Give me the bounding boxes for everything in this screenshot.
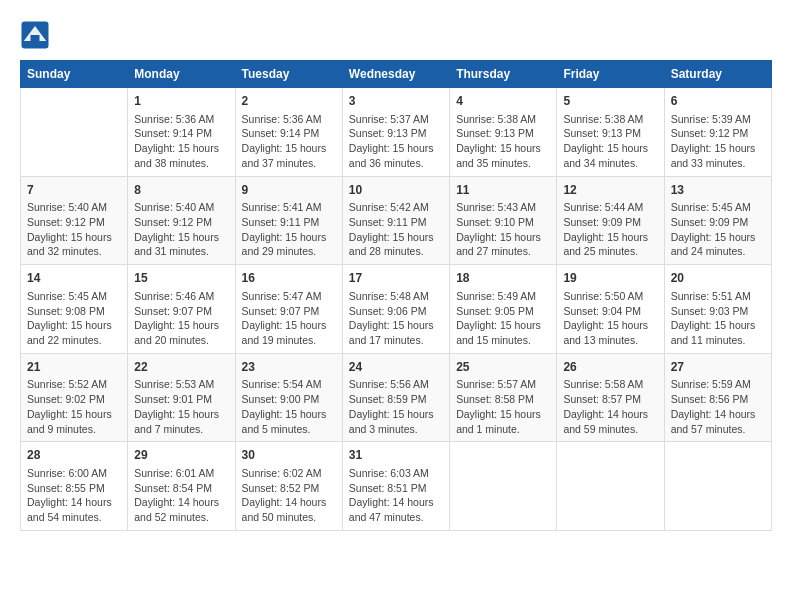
- calendar-cell: 20Sunrise: 5:51 AM Sunset: 9:03 PM Dayli…: [664, 265, 771, 354]
- cell-content: Sunrise: 5:46 AM Sunset: 9:07 PM Dayligh…: [134, 289, 228, 348]
- column-header-friday: Friday: [557, 61, 664, 88]
- calendar-week-row: 21Sunrise: 5:52 AM Sunset: 9:02 PM Dayli…: [21, 353, 772, 442]
- logo: [20, 20, 54, 50]
- calendar-cell: 11Sunrise: 5:43 AM Sunset: 9:10 PM Dayli…: [450, 176, 557, 265]
- day-number: 14: [27, 270, 121, 287]
- calendar-cell: 28Sunrise: 6:00 AM Sunset: 8:55 PM Dayli…: [21, 442, 128, 531]
- cell-content: Sunrise: 5:52 AM Sunset: 9:02 PM Dayligh…: [27, 377, 121, 436]
- calendar-cell: 23Sunrise: 5:54 AM Sunset: 9:00 PM Dayli…: [235, 353, 342, 442]
- calendar-cell: 25Sunrise: 5:57 AM Sunset: 8:58 PM Dayli…: [450, 353, 557, 442]
- day-number: 12: [563, 182, 657, 199]
- cell-content: Sunrise: 5:45 AM Sunset: 9:08 PM Dayligh…: [27, 289, 121, 348]
- svg-rect-2: [31, 35, 40, 43]
- column-header-sunday: Sunday: [21, 61, 128, 88]
- calendar-table: SundayMondayTuesdayWednesdayThursdayFrid…: [20, 60, 772, 531]
- calendar-cell: 30Sunrise: 6:02 AM Sunset: 8:52 PM Dayli…: [235, 442, 342, 531]
- day-number: 17: [349, 270, 443, 287]
- cell-content: Sunrise: 6:01 AM Sunset: 8:54 PM Dayligh…: [134, 466, 228, 525]
- cell-content: Sunrise: 5:40 AM Sunset: 9:12 PM Dayligh…: [27, 200, 121, 259]
- cell-content: Sunrise: 5:51 AM Sunset: 9:03 PM Dayligh…: [671, 289, 765, 348]
- day-number: 18: [456, 270, 550, 287]
- calendar-cell: 16Sunrise: 5:47 AM Sunset: 9:07 PM Dayli…: [235, 265, 342, 354]
- calendar-week-row: 28Sunrise: 6:00 AM Sunset: 8:55 PM Dayli…: [21, 442, 772, 531]
- day-number: 26: [563, 359, 657, 376]
- calendar-week-row: 1Sunrise: 5:36 AM Sunset: 9:14 PM Daylig…: [21, 88, 772, 177]
- cell-content: Sunrise: 5:48 AM Sunset: 9:06 PM Dayligh…: [349, 289, 443, 348]
- cell-content: Sunrise: 5:37 AM Sunset: 9:13 PM Dayligh…: [349, 112, 443, 171]
- cell-content: Sunrise: 5:45 AM Sunset: 9:09 PM Dayligh…: [671, 200, 765, 259]
- calendar-header-row: SundayMondayTuesdayWednesdayThursdayFrid…: [21, 61, 772, 88]
- day-number: 19: [563, 270, 657, 287]
- day-number: 16: [242, 270, 336, 287]
- calendar-cell: 15Sunrise: 5:46 AM Sunset: 9:07 PM Dayli…: [128, 265, 235, 354]
- day-number: 31: [349, 447, 443, 464]
- cell-content: Sunrise: 5:36 AM Sunset: 9:14 PM Dayligh…: [134, 112, 228, 171]
- calendar-cell: 24Sunrise: 5:56 AM Sunset: 8:59 PM Dayli…: [342, 353, 449, 442]
- calendar-cell: 26Sunrise: 5:58 AM Sunset: 8:57 PM Dayli…: [557, 353, 664, 442]
- day-number: 1: [134, 93, 228, 110]
- day-number: 9: [242, 182, 336, 199]
- column-header-wednesday: Wednesday: [342, 61, 449, 88]
- day-number: 5: [563, 93, 657, 110]
- day-number: 15: [134, 270, 228, 287]
- day-number: 7: [27, 182, 121, 199]
- calendar-cell: 27Sunrise: 5:59 AM Sunset: 8:56 PM Dayli…: [664, 353, 771, 442]
- day-number: 3: [349, 93, 443, 110]
- day-number: 13: [671, 182, 765, 199]
- cell-content: Sunrise: 5:44 AM Sunset: 9:09 PM Dayligh…: [563, 200, 657, 259]
- column-header-tuesday: Tuesday: [235, 61, 342, 88]
- calendar-week-row: 14Sunrise: 5:45 AM Sunset: 9:08 PM Dayli…: [21, 265, 772, 354]
- cell-content: Sunrise: 5:47 AM Sunset: 9:07 PM Dayligh…: [242, 289, 336, 348]
- calendar-cell: 4Sunrise: 5:38 AM Sunset: 9:13 PM Daylig…: [450, 88, 557, 177]
- page-header: [20, 20, 772, 50]
- day-number: 8: [134, 182, 228, 199]
- cell-content: Sunrise: 5:42 AM Sunset: 9:11 PM Dayligh…: [349, 200, 443, 259]
- cell-content: Sunrise: 5:56 AM Sunset: 8:59 PM Dayligh…: [349, 377, 443, 436]
- calendar-cell: 13Sunrise: 5:45 AM Sunset: 9:09 PM Dayli…: [664, 176, 771, 265]
- cell-content: Sunrise: 5:57 AM Sunset: 8:58 PM Dayligh…: [456, 377, 550, 436]
- day-number: 11: [456, 182, 550, 199]
- cell-content: Sunrise: 5:38 AM Sunset: 9:13 PM Dayligh…: [456, 112, 550, 171]
- cell-content: Sunrise: 5:43 AM Sunset: 9:10 PM Dayligh…: [456, 200, 550, 259]
- calendar-cell: 17Sunrise: 5:48 AM Sunset: 9:06 PM Dayli…: [342, 265, 449, 354]
- day-number: 20: [671, 270, 765, 287]
- cell-content: Sunrise: 5:40 AM Sunset: 9:12 PM Dayligh…: [134, 200, 228, 259]
- calendar-cell: 14Sunrise: 5:45 AM Sunset: 9:08 PM Dayli…: [21, 265, 128, 354]
- calendar-cell: 12Sunrise: 5:44 AM Sunset: 9:09 PM Dayli…: [557, 176, 664, 265]
- calendar-cell: 19Sunrise: 5:50 AM Sunset: 9:04 PM Dayli…: [557, 265, 664, 354]
- day-number: 28: [27, 447, 121, 464]
- calendar-cell: 7Sunrise: 5:40 AM Sunset: 9:12 PM Daylig…: [21, 176, 128, 265]
- cell-content: Sunrise: 5:41 AM Sunset: 9:11 PM Dayligh…: [242, 200, 336, 259]
- calendar-cell: 9Sunrise: 5:41 AM Sunset: 9:11 PM Daylig…: [235, 176, 342, 265]
- cell-content: Sunrise: 5:59 AM Sunset: 8:56 PM Dayligh…: [671, 377, 765, 436]
- calendar-week-row: 7Sunrise: 5:40 AM Sunset: 9:12 PM Daylig…: [21, 176, 772, 265]
- day-number: 21: [27, 359, 121, 376]
- cell-content: Sunrise: 5:49 AM Sunset: 9:05 PM Dayligh…: [456, 289, 550, 348]
- column-header-thursday: Thursday: [450, 61, 557, 88]
- calendar-cell: [664, 442, 771, 531]
- column-header-saturday: Saturday: [664, 61, 771, 88]
- cell-content: Sunrise: 5:36 AM Sunset: 9:14 PM Dayligh…: [242, 112, 336, 171]
- day-number: 30: [242, 447, 336, 464]
- day-number: 4: [456, 93, 550, 110]
- calendar-cell: 22Sunrise: 5:53 AM Sunset: 9:01 PM Dayli…: [128, 353, 235, 442]
- day-number: 2: [242, 93, 336, 110]
- calendar-cell: 1Sunrise: 5:36 AM Sunset: 9:14 PM Daylig…: [128, 88, 235, 177]
- day-number: 25: [456, 359, 550, 376]
- calendar-cell: 6Sunrise: 5:39 AM Sunset: 9:12 PM Daylig…: [664, 88, 771, 177]
- cell-content: Sunrise: 5:39 AM Sunset: 9:12 PM Dayligh…: [671, 112, 765, 171]
- cell-content: Sunrise: 5:58 AM Sunset: 8:57 PM Dayligh…: [563, 377, 657, 436]
- cell-content: Sunrise: 6:02 AM Sunset: 8:52 PM Dayligh…: [242, 466, 336, 525]
- day-number: 27: [671, 359, 765, 376]
- day-number: 29: [134, 447, 228, 464]
- calendar-cell: 29Sunrise: 6:01 AM Sunset: 8:54 PM Dayli…: [128, 442, 235, 531]
- calendar-cell: 8Sunrise: 5:40 AM Sunset: 9:12 PM Daylig…: [128, 176, 235, 265]
- calendar-cell: 10Sunrise: 5:42 AM Sunset: 9:11 PM Dayli…: [342, 176, 449, 265]
- cell-content: Sunrise: 5:38 AM Sunset: 9:13 PM Dayligh…: [563, 112, 657, 171]
- cell-content: Sunrise: 5:54 AM Sunset: 9:00 PM Dayligh…: [242, 377, 336, 436]
- cell-content: Sunrise: 6:03 AM Sunset: 8:51 PM Dayligh…: [349, 466, 443, 525]
- day-number: 6: [671, 93, 765, 110]
- calendar-cell: [557, 442, 664, 531]
- cell-content: Sunrise: 5:53 AM Sunset: 9:01 PM Dayligh…: [134, 377, 228, 436]
- calendar-cell: [450, 442, 557, 531]
